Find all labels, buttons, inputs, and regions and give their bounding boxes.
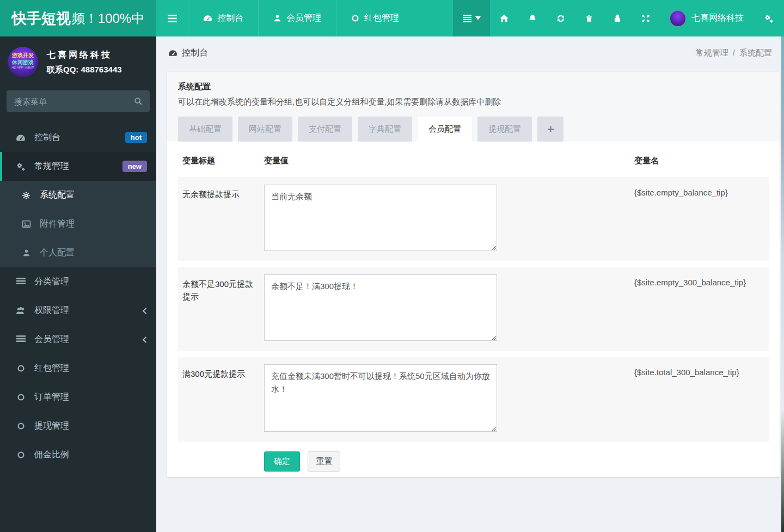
- empty-300-balance-tip-textarea[interactable]: 余额不足！满300提现！: [264, 274, 497, 341]
- user-menu[interactable]: 七喜网络科技: [660, 0, 754, 36]
- fullscreen-button[interactable]: [632, 0, 660, 36]
- row-title: 余额不足300元提款提示: [182, 274, 264, 343]
- sidebar-item-member-management[interactable]: 会员管理: [0, 325, 156, 354]
- search-icon[interactable]: [134, 97, 143, 106]
- circle-o-icon: [351, 14, 359, 22]
- gauge-icon: [168, 48, 177, 58]
- sidebar-submenu: 系统配置 附件管理 个人配置: [0, 181, 156, 267]
- row-title: 无余额提款提示: [182, 185, 264, 253]
- panel-title: 系统配置: [178, 82, 769, 92]
- sidebar-item-label: 控制台: [34, 132, 60, 143]
- row-value-cell: 充值金额未满300暂时不可以提现！系统50元区域自动为你放水！: [264, 364, 634, 434]
- sidebar-item-label: 系统配置: [40, 189, 75, 201]
- menu-search-input[interactable]: [7, 90, 150, 112]
- table-row: 满300元提款提示 充值金额未满300暂时不可以提现！系统50元区域自动为你放水…: [178, 357, 769, 442]
- gears-icon: [764, 14, 774, 23]
- settings-button[interactable]: [754, 0, 784, 36]
- profile-text: 七喜网络科技 联系QQ: 488763443: [47, 50, 122, 75]
- refresh-icon: [556, 14, 565, 23]
- sidebar-item-console[interactable]: 控制台 hot: [0, 123, 156, 152]
- empty-balance-tip-textarea[interactable]: 当前无余额: [264, 185, 497, 251]
- sidebar-item-withdraw-management[interactable]: 提现管理: [0, 412, 156, 441]
- tab-member-config[interactable]: 会员配置: [418, 117, 472, 142]
- bell-icon: [528, 14, 537, 23]
- refresh-button[interactable]: [547, 0, 575, 36]
- breadcrumb-separator: /: [733, 48, 735, 58]
- sidebar-item-attachments[interactable]: 附件管理: [0, 210, 156, 239]
- column-header-title: 变量标题: [182, 156, 264, 166]
- site-logo-rest: 频！100%中: [72, 10, 144, 27]
- system-config-panel: 系统配置 可以在此增改系统的变量和分组,也可以自定义分组和变量,如果需要删除请从…: [167, 72, 780, 477]
- sidebar-item-commission-ratio[interactable]: 佣金比例: [0, 441, 156, 469]
- breadcrumb-location[interactable]: 控制台: [168, 47, 208, 59]
- sidebar-item-permission-management[interactable]: 权限管理: [0, 296, 156, 325]
- sidebar: 游戏开发 休闲游戏 H5·APP·小程序 七喜网络科技 联系QQ: 488763…: [0, 36, 156, 532]
- scrollbar[interactable]: [781, 36, 784, 532]
- add-tab-button[interactable]: [537, 117, 564, 142]
- qq-button[interactable]: [603, 0, 632, 36]
- topnav-item-label: 红包管理: [364, 13, 399, 24]
- topnav-item-console[interactable]: 控制台: [188, 0, 258, 36]
- sidebar-item-general-management[interactable]: 常规管理 new: [0, 152, 156, 181]
- avatar: [670, 10, 686, 27]
- list-icon: [463, 15, 471, 22]
- sidebar-item-label: 红包管理: [34, 363, 69, 374]
- sidebar-search: [7, 90, 150, 112]
- trash-icon: [585, 14, 593, 23]
- breadcrumb-current: 系统配置: [739, 48, 772, 58]
- avatar-text-line1: 游戏开发: [8, 52, 38, 59]
- arrows-expand-icon: [641, 14, 650, 23]
- user-name: 七喜网络科技: [691, 13, 744, 24]
- reset-button[interactable]: 重置: [308, 451, 340, 472]
- sidebar-item-label: 常规管理: [34, 161, 69, 172]
- sidebar-profile: 游戏开发 休闲游戏 H5·APP·小程序 七喜网络科技 联系QQ: 488763…: [0, 36, 156, 83]
- sidebar-item-label: 提现管理: [34, 420, 69, 432]
- sidebar-toggle-button[interactable]: [156, 0, 188, 36]
- trash-button[interactable]: [575, 0, 603, 36]
- row-varname: {$site.empty_300_balance_tip}: [634, 274, 769, 343]
- breadcrumb-trail: 常规管理 / 系统配置: [696, 48, 772, 58]
- tab-payment-config[interactable]: 支付配置: [298, 117, 352, 142]
- table-row: 无余额提款提示 当前无余额 {$site.empty_balance_tip}: [178, 177, 769, 261]
- user-icon: [273, 14, 281, 22]
- home-button[interactable]: [490, 0, 518, 36]
- hot-badge: hot: [125, 132, 147, 144]
- notifications-button[interactable]: [518, 0, 547, 36]
- topnav-item-members[interactable]: 会员管理: [258, 0, 336, 36]
- topnav-item-redpacket[interactable]: 红包管理: [336, 0, 414, 36]
- breadcrumb-parent[interactable]: 常规管理: [696, 48, 728, 58]
- menu-dropdown-button[interactable]: [453, 0, 490, 36]
- row-varname: {$site.total_300_balance_tip}: [634, 364, 769, 434]
- sidebar-item-label: 会员管理: [34, 334, 69, 345]
- avatar-text-line2: 休闲游戏: [8, 59, 38, 66]
- main-content: 控制台 常规管理 / 系统配置 系统配置 可以在此增改系统的变量和分组,也可以自…: [156, 36, 784, 532]
- sidebar-item-personal-config[interactable]: 个人配置: [0, 239, 156, 267]
- topnav-item-label: 会员管理: [286, 13, 321, 24]
- sidebar-item-label: 分类管理: [34, 276, 69, 288]
- sidebar-menu: 控制台 hot 常规管理 new 系统配置 附件管理: [0, 123, 156, 469]
- panel-description: 可以在此增改系统的变量和分组,也可以自定义分组和变量,如果需要删除请从数据库中删…: [178, 97, 769, 107]
- caret-down-icon: [475, 16, 481, 20]
- confirm-button[interactable]: 确定: [264, 451, 300, 472]
- total-300-balance-tip-textarea[interactable]: 充值金额未满300暂时不可以提现！系统50元区域自动为你放水！: [264, 364, 497, 432]
- sidebar-item-order-management[interactable]: 订单管理: [0, 383, 156, 412]
- list-icon: [15, 278, 26, 286]
- sidebar-item-redpacket-management[interactable]: 红包管理: [0, 354, 156, 383]
- gears-icon: [15, 162, 26, 172]
- sidebar-item-label: 权限管理: [34, 305, 69, 316]
- tab-site-config[interactable]: 网站配置: [238, 117, 292, 142]
- panel-header: 系统配置 可以在此增改系统的变量和分组,也可以自定义分组和变量,如果需要删除请从…: [167, 72, 780, 142]
- site-logo[interactable]: 快手短视 频！100%中: [0, 0, 156, 36]
- tab-withdraw-config[interactable]: 提现配置: [477, 117, 532, 142]
- column-header-value: 变量值: [264, 156, 634, 166]
- hamburger-icon: [168, 15, 177, 22]
- form-actions: 确定 重置: [264, 451, 769, 488]
- image-icon: [21, 219, 32, 229]
- sidebar-item-label: 订单管理: [34, 392, 69, 403]
- table-header: 变量标题 变量值 变量名: [178, 152, 769, 177]
- sidebar-item-category-management[interactable]: 分类管理: [0, 267, 156, 296]
- sidebar-item-label: 附件管理: [40, 218, 75, 230]
- tab-basic-config[interactable]: 基础配置: [178, 117, 232, 142]
- tab-dictionary-config[interactable]: 字典配置: [358, 117, 412, 142]
- sidebar-item-system-config[interactable]: 系统配置: [0, 181, 156, 210]
